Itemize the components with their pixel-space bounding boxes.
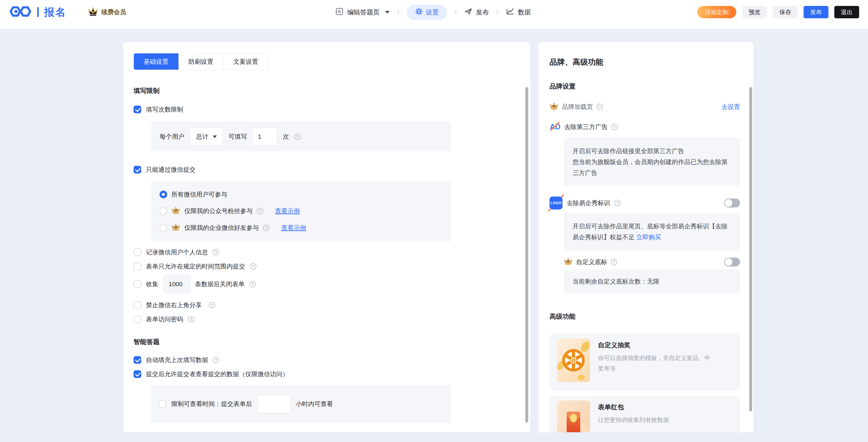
time-range-label: 表单只允许在规定的时间范围内提交	[146, 262, 245, 271]
brand-loading-page-row: 品牌加载页 ? 去设置	[550, 102, 740, 111]
nav-publish[interactable]: 发布	[464, 7, 489, 18]
chevron-down-icon	[213, 135, 217, 138]
activity-custom-button[interactable]: 活动定制	[697, 6, 736, 18]
brand-logo[interactable]: 报名	[9, 5, 66, 20]
password-label: 表单访问密码	[146, 315, 183, 324]
help-icon[interactable]: ?	[249, 281, 256, 287]
per-user-label: 每个用户	[159, 133, 184, 141]
autofill-checkbox[interactable]	[133, 356, 141, 364]
collect-limit-checkbox[interactable]	[133, 280, 141, 288]
brand-divider	[37, 7, 39, 17]
feature-card-redpacket[interactable]: 表单红包 让您更快的收集到有效数据 未设置	[550, 396, 740, 432]
wechat-participant-box: 所有微信用户可参与 仅限我的公众号粉丝参与 ? 查看示例 仅限我的企业微信好友参…	[151, 181, 452, 242]
view-time-checkbox[interactable]	[158, 400, 166, 408]
help-icon[interactable]: ?	[213, 357, 219, 363]
wechat-only-label: 只能通过微信提交	[146, 166, 195, 174]
remove-logo-description-box: 开启后可去除作品里尾页、底标等全部易企秀标识【去除易企秀标识】权益不足 立即购买	[564, 213, 740, 250]
remove-ads-label: 去除第三方广告	[564, 123, 608, 131]
help-icon[interactable]: ?	[294, 133, 301, 140]
can-fill-label: 可填写	[228, 133, 247, 141]
tab-antibrush-settings[interactable]: 防刷设置	[179, 54, 223, 70]
tab-copy-settings[interactable]: 文案设置	[223, 54, 268, 70]
section-brand-settings: 品牌设置	[550, 82, 753, 91]
nav-data[interactable]: 数据	[506, 7, 531, 18]
remove-logo-toggle[interactable]	[724, 199, 740, 207]
view-time-box: 限制可查看时间：提交表单后 小时内可查看	[151, 385, 452, 423]
help-icon[interactable]: ?	[209, 302, 215, 308]
preview-button[interactable]: 预览	[742, 6, 767, 18]
view-time-label: 限制可查看时间：提交表单后	[172, 400, 252, 408]
chevron-right-icon: ›	[397, 7, 400, 18]
paper-plane-icon	[464, 7, 472, 18]
view-time-hours-input[interactable]	[257, 395, 290, 413]
fill-count-limit-row: 填写次数限制	[133, 105, 530, 113]
exit-button[interactable]: 退出	[834, 6, 859, 18]
custom-footer-label: 自定义底标	[576, 258, 607, 266]
help-icon[interactable]: ?	[257, 208, 263, 214]
help-icon[interactable]: ?	[614, 200, 621, 206]
view-time-suffix-label: 小时内可查看	[296, 400, 333, 408]
view-example-link[interactable]: 查看示例	[281, 224, 306, 232]
red-envelope-icon	[557, 400, 590, 432]
renew-membership-label: 续费会员	[101, 8, 126, 16]
fill-count-input[interactable]	[252, 128, 277, 146]
range-select[interactable]: 总计	[190, 128, 223, 146]
main-scrollbar[interactable]	[525, 87, 528, 422]
renew-membership-button[interactable]: 续费会员	[88, 7, 126, 18]
nav-publish-label: 发布	[476, 8, 489, 17]
times-unit-label: 次	[283, 133, 289, 141]
chevron-right-icon: ›	[496, 7, 499, 18]
radio-selected[interactable]	[159, 191, 167, 198]
help-icon[interactable]: ?	[611, 124, 618, 130]
page-editor-icon	[335, 7, 344, 18]
password-row: 表单访问密码 ?	[133, 315, 530, 324]
app-root: 报名 续费会员 编辑答题页 ›	[0, 0, 868, 442]
publish-button[interactable]: 发布	[804, 6, 829, 18]
buy-now-link[interactable]: 立即购买	[637, 234, 661, 240]
time-range-checkbox[interactable]	[133, 263, 141, 270]
range-select-value: 总计	[196, 133, 209, 141]
custom-footer-toggle[interactable]	[724, 258, 740, 266]
lottery-wheel-icon	[557, 338, 590, 382]
nav-edit-label: 编辑答题页	[347, 8, 380, 17]
help-icon[interactable]: ?	[596, 104, 603, 110]
nav-settings-active[interactable]: 设置	[407, 5, 447, 20]
top-header: 报名 续费会员 编辑答题页 ›	[0, 0, 868, 29]
view-data-checkbox[interactable]	[133, 370, 141, 378]
section-fill-limit: 填写限制	[133, 87, 530, 95]
fill-count-checkbox[interactable]	[133, 106, 141, 113]
save-button[interactable]: 保存	[773, 6, 798, 18]
vip-crown-icon	[564, 257, 572, 266]
product-name: 报名	[44, 5, 66, 19]
collect-count-input[interactable]	[163, 275, 190, 293]
wechat-only-checkbox[interactable]	[133, 166, 141, 173]
help-icon[interactable]: ?	[263, 225, 270, 231]
go-setup-link[interactable]: 去设置	[721, 103, 740, 111]
record-info-checkbox[interactable]	[133, 248, 141, 256]
side-scrollbar[interactable]	[749, 87, 752, 412]
view-example-link[interactable]: 查看示例	[275, 207, 300, 215]
collect-limit-row: 收集 条数据后关闭表单 ?	[133, 275, 530, 293]
vip-crown-icon	[172, 206, 180, 215]
member-crown-icon	[88, 7, 98, 18]
record-info-row: 记录微信用户个人信息 ?	[133, 248, 530, 257]
remove-ads-desc-line2: 您当前为旗舰版会员，会员期内创建的作品已为您去除第三方广告	[572, 157, 731, 178]
feature-card-lottery[interactable]: 自定义抽奖 你可以选择抽奖的模板，并自定义奖品、中奖率等	[550, 334, 740, 390]
help-icon[interactable]: ?	[188, 316, 194, 322]
password-checkbox[interactable]	[133, 315, 141, 323]
nav-settings-label: 设置	[426, 8, 439, 17]
help-icon[interactable]: ?	[250, 263, 256, 270]
autofill-label: 自动填充上次填写数据	[146, 356, 208, 364]
no-share-checkbox[interactable]	[133, 301, 141, 309]
nav-edit-page[interactable]: 编辑答题页	[335, 7, 390, 18]
radio-unselected[interactable]	[159, 207, 167, 215]
record-info-label: 记录微信用户个人信息	[146, 248, 208, 257]
feature-title: 自定义抽奖	[598, 341, 710, 350]
help-icon[interactable]: ?	[213, 249, 219, 256]
help-icon[interactable]: ?	[611, 259, 617, 265]
tab-basic-settings[interactable]: 基础设置	[134, 54, 179, 70]
radio-unselected[interactable]	[159, 224, 167, 232]
chevron-down-icon	[385, 11, 390, 13]
option-label: 所有微信用户可参与	[172, 190, 227, 199]
autofill-row: 自动填充上次填写数据 ?	[133, 356, 530, 364]
